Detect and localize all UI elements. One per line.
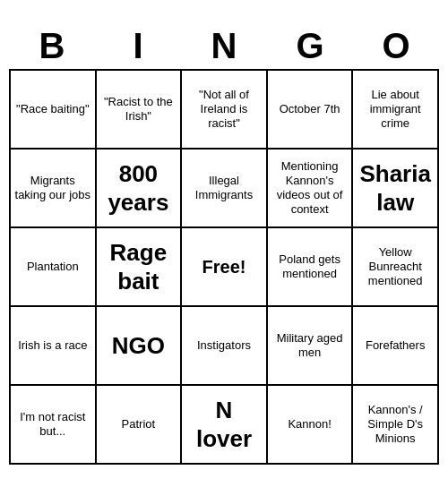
- bingo-cell-13: Poland gets mentioned: [268, 228, 354, 307]
- bingo-cell-0: "Race baiting": [11, 71, 97, 150]
- bingo-cell-15: Irish is a race: [11, 307, 97, 386]
- bingo-cell-18: Military aged men: [268, 307, 354, 386]
- header-o: O: [353, 22, 439, 69]
- bingo-cell-20: I'm not racist but...: [11, 386, 97, 465]
- bingo-cell-8: Mentioning Kannon's videos out of contex…: [268, 150, 354, 228]
- bingo-cell-21: Patriot: [97, 386, 183, 465]
- bingo-cell-14: Yellow Bunreacht mentioned: [353, 228, 439, 307]
- header-n: N: [181, 22, 267, 69]
- header-i: I: [95, 22, 181, 69]
- bingo-cell-9: Sharia law: [353, 150, 439, 228]
- header-b: B: [9, 22, 95, 69]
- bingo-cell-12: Free!: [182, 228, 268, 307]
- bingo-cell-6: 800 years: [97, 150, 183, 228]
- bingo-cell-16: NGO: [97, 307, 183, 386]
- bingo-cell-5: Migrants taking our jobs: [11, 150, 97, 228]
- bingo-cell-19: Forefathers: [353, 307, 439, 386]
- bingo-cell-3: October 7th: [268, 71, 354, 150]
- bingo-cell-10: Plantation: [11, 228, 97, 307]
- bingo-cell-24: Kannon's / Simple D's Minions: [353, 386, 439, 465]
- bingo-cell-17: Instigators: [182, 307, 268, 386]
- bingo-cell-11: Rage bait: [97, 228, 183, 307]
- bingo-cell-23: Kannon!: [268, 386, 354, 465]
- bingo-cell-1: "Racist to the Irish": [97, 71, 183, 150]
- bingo-grid: "Race baiting""Racist to the Irish""Not …: [9, 69, 439, 465]
- header-g: G: [267, 22, 353, 69]
- bingo-header: B I N G O: [9, 22, 439, 69]
- bingo-cell-4: Lie about immigrant crime: [353, 71, 439, 150]
- bingo-card: B I N G O "Race baiting""Racist to the I…: [9, 22, 439, 465]
- bingo-cell-22: N lover: [182, 386, 268, 465]
- bingo-cell-2: "Not all of Ireland is racist": [182, 71, 268, 150]
- bingo-cell-7: Illegal Immigrants: [182, 150, 268, 228]
